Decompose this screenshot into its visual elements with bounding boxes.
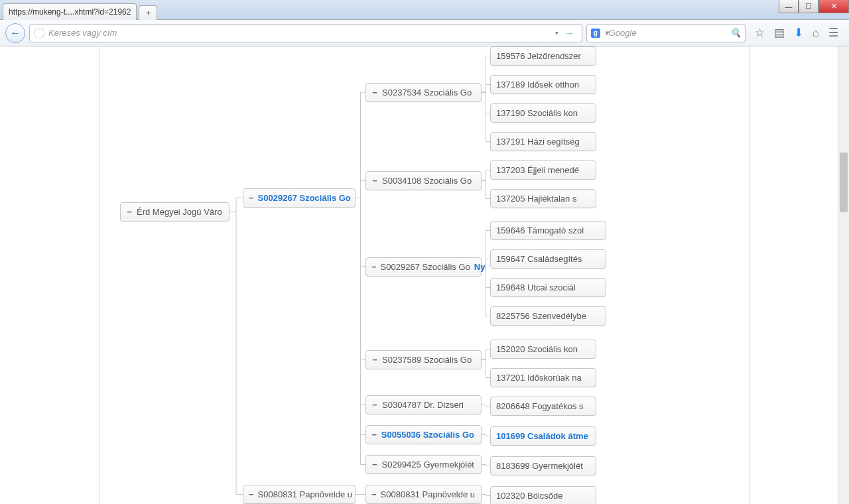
- new-tab-button[interactable]: +: [139, 5, 157, 20]
- home-icon[interactable]: ⌂: [813, 27, 819, 40]
- go-arrow-icon[interactable]: →: [560, 28, 578, 38]
- browser-tab[interactable]: https://mukeng-t....xhtml?id=21962: [3, 3, 137, 20]
- search-input[interactable]: g ▾ Google 🔍: [586, 24, 746, 42]
- search-icon[interactable]: 🔍: [730, 28, 741, 38]
- globe-icon: [34, 28, 44, 38]
- window-controls: — ☐ ✕: [779, 0, 849, 13]
- window-close-button[interactable]: ✕: [818, 0, 849, 13]
- arrow-left-icon: ←: [10, 27, 21, 39]
- back-button[interactable]: ←: [5, 23, 25, 43]
- nav-bar: ← Keresés vagy cím ▾ → g ▾ Google 🔍 ☆ ▤ …: [0, 20, 849, 46]
- google-icon: g: [591, 29, 600, 38]
- downloads-icon[interactable]: ⬇: [794, 26, 803, 40]
- reading-list-icon[interactable]: ▤: [774, 26, 785, 40]
- search-placeholder: Google: [609, 28, 637, 38]
- tab-title: https://mukeng-t....xhtml?id=21962: [9, 7, 131, 17]
- menu-icon[interactable]: ☰: [828, 26, 838, 40]
- url-placeholder: Keresés vagy cím: [48, 28, 117, 38]
- toolbar-icons: ☆ ▤ ⬇ ⌂ ☰: [750, 26, 844, 40]
- tab-strip: https://mukeng-t....xhtml?id=21962 +: [0, 0, 849, 20]
- bookmark-star-icon[interactable]: ☆: [755, 26, 765, 40]
- url-input[interactable]: Keresés vagy cím ▾ →: [29, 24, 582, 42]
- window-minimize-button[interactable]: —: [779, 0, 799, 13]
- window-maximize-button[interactable]: ☐: [799, 0, 818, 13]
- chevron-down-icon[interactable]: ▾: [552, 29, 560, 36]
